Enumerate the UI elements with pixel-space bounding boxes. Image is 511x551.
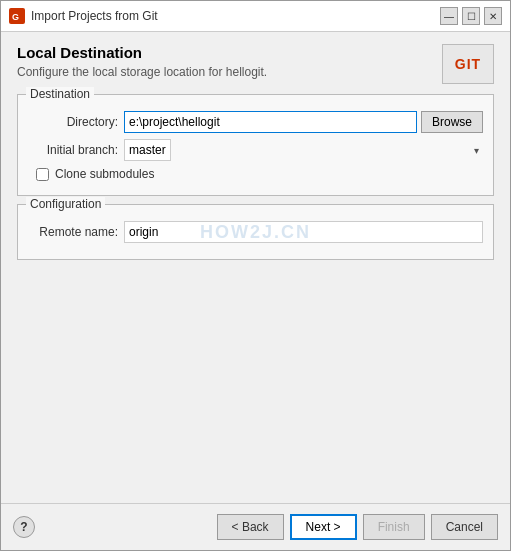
footer-buttons: < Back Next > Finish Cancel: [217, 514, 498, 540]
page-subtitle: Configure the local storage location for…: [17, 65, 267, 79]
chevron-down-icon: ▾: [474, 145, 479, 156]
dialog-content: Local Destination Configure the local st…: [1, 32, 510, 503]
close-button[interactable]: ✕: [484, 7, 502, 25]
next-button[interactable]: Next >: [290, 514, 357, 540]
remote-name-label: Remote name:: [28, 225, 118, 239]
finish-button[interactable]: Finish: [363, 514, 425, 540]
title-controls: — ☐ ✕: [440, 7, 502, 25]
dialog-footer: ? < Back Next > Finish Cancel: [1, 503, 510, 550]
browse-button[interactable]: Browse: [421, 111, 483, 133]
title-bar-left: G Import Projects from Git: [9, 8, 158, 24]
dialog-window: G Import Projects from Git — ☐ ✕ Local D…: [0, 0, 511, 551]
directory-input[interactable]: [124, 111, 417, 133]
footer-left: ?: [13, 516, 35, 538]
initial-branch-dropdown-wrapper: master ▾: [124, 139, 483, 161]
page-header-text: Local Destination Configure the local st…: [17, 44, 267, 79]
back-button[interactable]: < Back: [217, 514, 284, 540]
directory-label: Directory:: [28, 115, 118, 129]
main-spacer: [17, 268, 494, 491]
svg-text:G: G: [12, 12, 19, 22]
git-icon: GIT: [442, 44, 494, 84]
directory-row: Directory: Browse: [28, 111, 483, 133]
clone-submodules-label: Clone submodules: [55, 167, 154, 181]
destination-group-label: Destination: [26, 87, 94, 101]
initial-branch-label: Initial branch:: [28, 143, 118, 157]
minimize-button[interactable]: —: [440, 7, 458, 25]
title-bar: G Import Projects from Git — ☐ ✕: [1, 1, 510, 32]
clone-submodules-checkbox[interactable]: [36, 168, 49, 181]
cancel-button[interactable]: Cancel: [431, 514, 498, 540]
git-icon-label: GIT: [455, 56, 481, 72]
clone-submodules-row: Clone submodules: [28, 167, 483, 181]
remote-name-input[interactable]: [124, 221, 483, 243]
page-header: Local Destination Configure the local st…: [17, 44, 494, 84]
help-button[interactable]: ?: [13, 516, 35, 538]
destination-group: Destination Directory: Browse Initial br…: [17, 94, 494, 196]
remote-name-row: Remote name:: [28, 221, 483, 243]
configuration-group-label: Configuration: [26, 197, 105, 211]
window-title: Import Projects from Git: [31, 9, 158, 23]
page-title: Local Destination: [17, 44, 267, 61]
initial-branch-row: Initial branch: master ▾: [28, 139, 483, 161]
initial-branch-dropdown[interactable]: master: [124, 139, 171, 161]
maximize-button[interactable]: ☐: [462, 7, 480, 25]
configuration-group: Configuration Remote name: HOW2J.CN: [17, 204, 494, 260]
git-small-icon: G: [9, 8, 25, 24]
